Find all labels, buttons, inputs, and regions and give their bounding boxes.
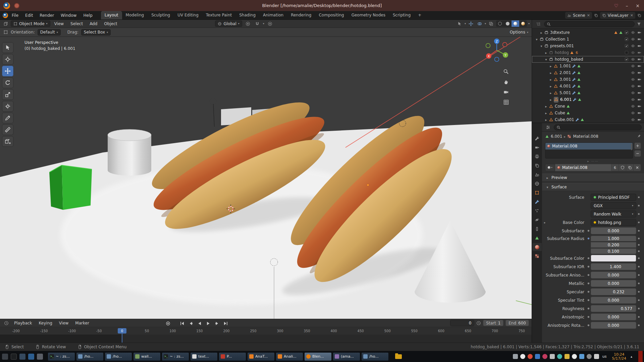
- animate-dot[interactable]: [638, 250, 640, 252]
- input-socket-icon[interactable]: [587, 299, 590, 301]
- subsurface-value-field[interactable]: 0.000: [591, 227, 636, 234]
- subsurface-aniso-field[interactable]: 0.000: [591, 272, 636, 279]
- material-slot-list[interactable]: Material.008: [545, 142, 633, 159]
- taskbar-window-terminal[interactable]: >_~ : zs...: [48, 352, 75, 361]
- tray-icon[interactable]: [587, 354, 592, 359]
- tray-icon[interactable]: [572, 354, 577, 359]
- disable-render-camera-icon[interactable]: [637, 118, 641, 122]
- keyboard-layout-indicator[interactable]: us: [602, 354, 607, 359]
- properties-tab-tool-icon[interactable]: [532, 134, 542, 142]
- tab-uv-editing[interactable]: UV Editing: [174, 11, 202, 19]
- users-count-button[interactable]: 6: [611, 164, 619, 171]
- selectability-icon[interactable]: [456, 20, 463, 27]
- viewlayer-unlink-icon[interactable]: ×: [630, 13, 633, 17]
- animate-dot[interactable]: [638, 291, 640, 293]
- hide-eye-icon[interactable]: [631, 64, 635, 68]
- subsurface-radius-y-field[interactable]: 0.200: [591, 242, 636, 248]
- expand-caret-icon[interactable]: ▸: [549, 71, 553, 75]
- outliner-row-cube-001[interactable]: ▸ Cube.001: [532, 116, 644, 123]
- menu-view-timeline[interactable]: View: [56, 320, 71, 326]
- viewlayer-selector[interactable]: ViewLayer ×: [600, 12, 635, 19]
- tab-animation[interactable]: Animation: [259, 11, 287, 19]
- annotate-tool[interactable]: [2, 113, 13, 123]
- input-socket-icon[interactable]: [587, 307, 590, 310]
- expand-caret-icon[interactable]: ▸: [544, 118, 548, 122]
- anisotropic-rotation-field[interactable]: 0.000: [591, 322, 636, 329]
- metallic-field[interactable]: 0.000: [591, 280, 636, 287]
- 3d-viewport[interactable]: User Perspective (0) hotdog_baked | 6.00…: [0, 37, 532, 319]
- disable-render-camera-icon[interactable]: [637, 44, 641, 48]
- file-manager-button[interactable]: [393, 352, 404, 361]
- shading-wireframe-icon[interactable]: [496, 20, 504, 27]
- taskbar-clock[interactable]: 10:24 5/17/24: [612, 353, 626, 361]
- snap-dropdown-icon[interactable]: ▾: [263, 22, 264, 25]
- menu-view[interactable]: View: [52, 21, 66, 27]
- tray-bluetooth-icon[interactable]: [535, 354, 540, 359]
- transform-orientation-dropdown[interactable]: Global ▾: [215, 20, 242, 27]
- expand-caret-icon[interactable]: ▸: [544, 51, 548, 55]
- input-socket-icon[interactable]: [587, 291, 590, 293]
- expand-caret-icon[interactable]: ▸: [539, 31, 543, 35]
- material-slot-item[interactable]: Material.008: [545, 143, 633, 149]
- shading-rendered-icon[interactable]: [519, 20, 527, 27]
- disable-render-camera-icon[interactable]: [637, 64, 641, 68]
- tab-geometry-nodes[interactable]: Geometry Nodes: [348, 11, 389, 19]
- fake-user-shield-icon[interactable]: [619, 164, 626, 171]
- unlink-material-icon[interactable]: [634, 164, 641, 171]
- expand-caret-icon[interactable]: ▸: [544, 111, 548, 115]
- taskbar-window-image-2[interactable]: /ho...: [105, 352, 132, 361]
- disable-render-camera-icon[interactable]: [637, 31, 641, 35]
- animate-dot[interactable]: [638, 196, 640, 198]
- input-socket-icon[interactable]: [587, 257, 590, 259]
- auto-keyframe-icon[interactable]: [164, 320, 172, 326]
- animate-dot[interactable]: [638, 238, 640, 239]
- new-scene-icon[interactable]: [594, 13, 598, 17]
- launcher-files-icon[interactable]: [28, 354, 34, 360]
- exclude-checkbox[interactable]: [625, 57, 629, 61]
- blender-menu-icon[interactable]: [3, 13, 8, 18]
- launcher-browser-icon[interactable]: [19, 354, 25, 360]
- taskbar-window-terminal-2[interactable]: >_~ : zs...: [162, 352, 189, 361]
- disable-render-camera-icon[interactable]: [637, 57, 641, 61]
- disable-render-camera-icon[interactable]: [637, 37, 641, 41]
- slot-list-grip[interactable]: ▸ ⋯⋯: [542, 159, 644, 163]
- input-socket-icon[interactable]: [587, 230, 590, 232]
- properties-tab-scene-icon[interactable]: [532, 171, 542, 179]
- menu-file[interactable]: File: [9, 12, 21, 19]
- disable-render-camera-icon[interactable]: [637, 98, 641, 102]
- timeline-track[interactable]: [0, 335, 532, 343]
- input-socket-icon[interactable]: [587, 237, 590, 240]
- tray-icon[interactable]: [528, 354, 533, 359]
- overlays-dropdown-icon[interactable]: ▾: [485, 22, 486, 25]
- menu-help[interactable]: Help: [80, 12, 95, 19]
- window-titlebar[interactable]: Blender [/home/amalie/Desktop/blender/ho…: [0, 0, 644, 11]
- menu-select[interactable]: Select: [68, 21, 86, 27]
- animate-dot[interactable]: [638, 324, 640, 326]
- minimize-button[interactable]: –: [624, 3, 630, 9]
- new-viewlayer-icon[interactable]: [637, 13, 641, 17]
- cursor-tool[interactable]: [2, 54, 13, 65]
- expand-caret-icon[interactable]: ▾: [535, 38, 539, 41]
- show-gizmo-icon[interactable]: [467, 20, 475, 27]
- tray-icon[interactable]: [565, 354, 570, 359]
- specular-slider[interactable]: 0.232: [591, 288, 636, 295]
- hide-eye-icon[interactable]: [631, 118, 635, 122]
- hide-eye-icon[interactable]: [631, 77, 635, 81]
- exclude-checkbox[interactable]: [625, 31, 629, 35]
- outliner-row-hotdog[interactable]: ▸ hotdog 6: [532, 49, 644, 56]
- expand-caret-icon[interactable]: ▸: [549, 98, 553, 102]
- properties-tab-particles-icon[interactable]: [532, 207, 542, 215]
- snap-magnet-icon[interactable]: [254, 20, 261, 27]
- disable-render-camera-icon[interactable]: [637, 71, 641, 75]
- jump-to-start-icon[interactable]: [178, 320, 186, 326]
- subsurface-radius-x-field[interactable]: 1.000: [591, 236, 636, 241]
- launcher-menu-icon[interactable]: [2, 354, 8, 360]
- disable-render-camera-icon[interactable]: [637, 91, 641, 95]
- material-name-field[interactable]: Material.008: [555, 164, 611, 171]
- xray-toggle-icon[interactable]: [487, 20, 495, 27]
- move-tool[interactable]: [2, 66, 13, 76]
- properties-tab-object-icon[interactable]: [532, 189, 542, 197]
- outliner-row-hotdog-baked[interactable]: ▾ hotdog_baked: [532, 56, 644, 63]
- sss-method-dropdown[interactable]: Random Walk▾: [591, 210, 636, 218]
- taskbar-window-text[interactable]: text...: [190, 352, 218, 361]
